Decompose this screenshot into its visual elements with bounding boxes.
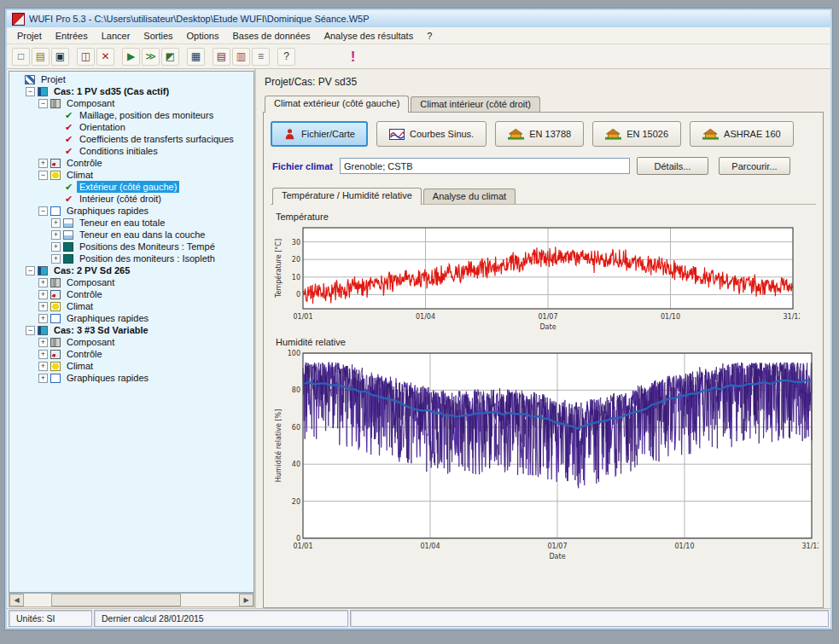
tree-item-label[interactable]: Projet [38, 73, 68, 85]
tree-item[interactable]: +Composant [9, 336, 253, 348]
tab-temp-rature-humidit-relative[interactable]: Température / Humidité relative [272, 188, 422, 205]
save-project-icon[interactable]: ▣ [51, 48, 69, 66]
menu-item--[interactable]: ? [420, 29, 439, 43]
copy-case-icon[interactable]: ◫ [77, 48, 95, 66]
tree-expander-icon[interactable]: + [38, 302, 48, 311]
tree-item-label[interactable]: Composant [64, 276, 117, 288]
tree-item-label[interactable]: Orientation [77, 121, 128, 133]
tree-item[interactable]: +Position des moniteurs : Isopleth [9, 252, 253, 264]
tree-item-label[interactable]: Position des moniteurs : Isopleth [77, 252, 218, 264]
open-project-icon[interactable]: ▤ [32, 48, 50, 66]
tree-item[interactable]: −Cas: 3 #3 Sd Variable [9, 324, 253, 336]
tree-item-label[interactable]: Composant [64, 97, 117, 109]
new-project-icon[interactable]: □ [12, 48, 30, 66]
tree-expander-icon[interactable]: − [26, 266, 35, 276]
tree-expander-icon[interactable]: + [51, 254, 61, 264]
tree-item[interactable]: ✔Orientation [9, 121, 253, 133]
fichier-carte-button[interactable]: Fichier/Carte [271, 121, 368, 147]
tree-expander-icon[interactable]: + [51, 230, 61, 240]
delete-case-icon[interactable]: ✕ [96, 48, 114, 66]
title-bar[interactable]: WUFI Pro 5.3 - C:\Users\utilisateur\Desk… [7, 10, 830, 27]
tree-expander-icon[interactable]: + [38, 314, 48, 323]
menu-item-bases-de-donn-es[interactable]: Bases de données [225, 29, 317, 43]
tree-item-label[interactable]: Graphiques rapides [64, 312, 151, 324]
tree-item[interactable]: ✔Coefficients de transferts surfaciques [9, 133, 253, 145]
tree-item-label[interactable]: Climat [64, 300, 96, 312]
tree-item[interactable]: ✔Maillage, position des moniteurs [9, 109, 253, 121]
tree-item[interactable]: −Graphiques rapides [9, 205, 253, 217]
tree-item-label[interactable]: Graphiques rapides [64, 372, 151, 384]
tree-item-label[interactable]: Composant [64, 336, 117, 348]
run-all-cases-icon[interactable]: ≫ [142, 48, 160, 66]
tree-item[interactable]: +Contrôle [9, 348, 253, 360]
tree-item-label[interactable]: Cas: 2 PV Sd 265 [51, 264, 132, 276]
tree-item-label[interactable]: Positions des Moniteurs : Tempé [77, 241, 218, 252]
tree-expander-icon[interactable]: + [51, 218, 61, 228]
tree-item-label[interactable]: Contrôle [64, 288, 105, 300]
scrollbar-thumb[interactable] [51, 594, 181, 606]
browse-button[interactable]: Parcourir... [719, 157, 790, 175]
run-calculation-icon[interactable]: ▶ [122, 48, 140, 66]
ashrae-160-button[interactable]: ASHRAE 160 [690, 121, 794, 147]
tree-expander-icon[interactable]: + [38, 374, 48, 383]
tree-item[interactable]: −Cas: 2 PV Sd 265 [9, 264, 253, 276]
tree-item-label[interactable]: Cas: 1 PV sd35 (Cas actif) [51, 85, 172, 97]
tree-item[interactable]: +Contrôle [9, 157, 253, 169]
scroll-right-arrow-icon[interactable]: ▶ [239, 594, 253, 606]
tree-expander-icon[interactable]: − [38, 206, 48, 216]
en-13788-button[interactable]: EN 13788 [495, 121, 584, 147]
tree-horizontal-scrollbar[interactable]: ◀ ▶ [9, 593, 254, 607]
tree-expander-icon[interactable]: + [38, 362, 48, 371]
tree-item-label[interactable]: Teneur en eau totale [77, 217, 167, 229]
wufi-logo-icon[interactable]: ! [344, 48, 362, 66]
report-icon[interactable]: ≡ [252, 48, 270, 66]
tree-item[interactable]: +Graphiques rapides [9, 372, 253, 384]
tree-item[interactable]: Projet [9, 73, 253, 85]
tree-item[interactable]: +Contrôle [9, 288, 253, 300]
tree-item-label[interactable]: Conditions initiales [77, 145, 160, 157]
tree-expander-icon[interactable]: − [26, 326, 35, 335]
scrollbar-track[interactable] [24, 594, 239, 606]
tree-expander-icon[interactable]: + [38, 159, 48, 168]
climate-database-icon[interactable]: ▥ [232, 48, 250, 66]
tree-item[interactable]: −Cas: 1 PV sd35 (Cas actif) [9, 85, 253, 97]
help-icon[interactable]: ? [277, 48, 295, 66]
tree-expander-icon[interactable]: − [38, 171, 48, 180]
climate-file-input[interactable] [340, 158, 630, 174]
tree-item-label[interactable]: Maillage, position des moniteurs [77, 109, 216, 121]
tree-expander-icon[interactable]: + [38, 290, 48, 299]
tree-expander-icon[interactable]: − [38, 99, 48, 108]
quick-graphs-icon[interactable]: ◩ [161, 48, 179, 66]
tree-expander-icon[interactable]: − [26, 87, 35, 96]
tree-item-label[interactable]: Teneur en eau dans la couche [77, 229, 207, 241]
tree-item[interactable]: −Composant [9, 97, 253, 109]
tab-analyse-du-climat[interactable]: Analyse du climat [423, 189, 516, 204]
tree-item-label[interactable]: Climat [64, 169, 96, 181]
tree-item-label[interactable]: Intérieur (côté droit) [77, 193, 164, 205]
tree-item-label[interactable]: Graphiques rapides [64, 205, 151, 217]
tree-item-label[interactable]: Cas: 3 #3 Sd Variable [51, 324, 151, 336]
tree-item[interactable]: +Composant [9, 276, 253, 288]
result-window-icon[interactable]: ▦ [187, 48, 205, 66]
tree-expander-icon[interactable]: + [38, 350, 48, 359]
tree-item-label[interactable]: Climat [64, 360, 96, 372]
tree-item[interactable]: +Teneur en eau dans la couche [9, 229, 253, 241]
tree-item-label[interactable]: Contrôle [64, 348, 105, 360]
tree-item[interactable]: −Climat [9, 169, 253, 181]
tree-item-selected[interactable]: ✔Extérieur (côté gauche) [9, 181, 253, 193]
tree-expander-icon[interactable]: + [51, 242, 61, 252]
tab-climat-int-rieur-c-t-droit-[interactable]: Climat intérieur (côté droit) [411, 96, 540, 112]
tree-item[interactable]: +Climat [9, 300, 253, 312]
tree-item[interactable]: +Positions des Moniteurs : Tempé [9, 241, 253, 252]
tree-expander-icon[interactable]: + [38, 338, 48, 347]
tree-item[interactable]: +Graphiques rapides [9, 312, 253, 324]
material-database-icon[interactable]: ▤ [213, 48, 230, 66]
tree-expander-icon[interactable]: + [38, 278, 48, 287]
tree-item[interactable]: ✔Conditions initiales [9, 145, 253, 157]
menu-item-analyse-des-r-sultats[interactable]: Analyse des résultats [318, 29, 421, 43]
courbes-sinus--button[interactable]: Courbes Sinus. [376, 121, 487, 147]
menu-item-lancer[interactable]: Lancer [95, 29, 137, 43]
tree-item[interactable]: ✔Intérieur (côté droit) [9, 193, 253, 205]
tree-item-label[interactable]: Extérieur (côté gauche) [77, 181, 179, 193]
tree-item-label[interactable]: Contrôle [64, 157, 105, 169]
